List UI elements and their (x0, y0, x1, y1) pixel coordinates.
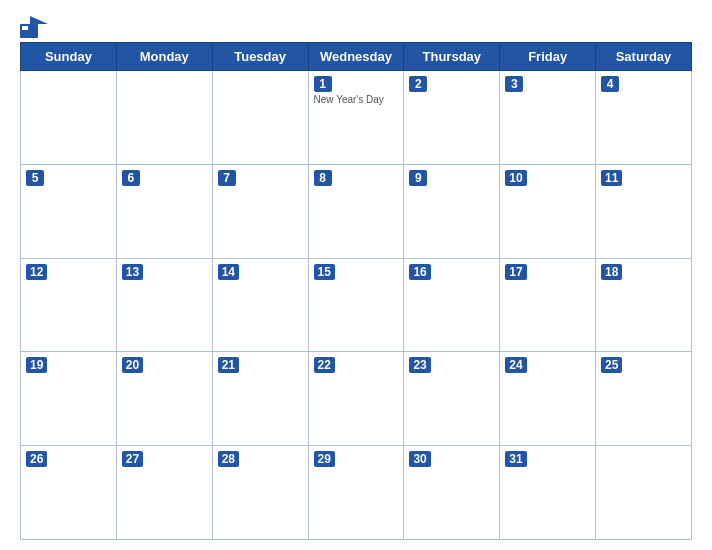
day-number: 17 (505, 264, 526, 280)
calendar-day-cell: 24 (500, 352, 596, 446)
day-number: 31 (505, 451, 526, 467)
calendar-day-cell: 11 (596, 164, 692, 258)
calendar-day-cell: 29 (308, 446, 404, 540)
svg-marker-1 (30, 16, 48, 24)
calendar-day-cell: 16 (404, 258, 500, 352)
calendar-day-cell: 27 (116, 446, 212, 540)
calendar-header (20, 10, 692, 42)
calendar-day-cell: 31 (500, 446, 596, 540)
day-number: 5 (26, 170, 44, 186)
calendar-day-cell: 6 (116, 164, 212, 258)
calendar-day-cell: 25 (596, 352, 692, 446)
day-of-week-header: Monday (116, 43, 212, 71)
day-number: 3 (505, 76, 523, 92)
day-number: 1 (314, 76, 332, 92)
day-number: 26 (26, 451, 47, 467)
calendar-day-cell: 1New Year's Day (308, 71, 404, 165)
day-number: 12 (26, 264, 47, 280)
calendar-day-cell: 9 (404, 164, 500, 258)
day-number: 24 (505, 357, 526, 373)
calendar-week-row: 1New Year's Day234 (21, 71, 692, 165)
day-of-week-header: Wednesday (308, 43, 404, 71)
calendar-day-cell: 13 (116, 258, 212, 352)
calendar-day-cell (21, 71, 117, 165)
day-number: 22 (314, 357, 335, 373)
day-number: 14 (218, 264, 239, 280)
day-number: 11 (601, 170, 622, 186)
calendar-day-cell: 7 (212, 164, 308, 258)
day-number: 29 (314, 451, 335, 467)
day-number: 2 (409, 76, 427, 92)
day-number: 10 (505, 170, 526, 186)
day-number: 23 (409, 357, 430, 373)
day-number: 21 (218, 357, 239, 373)
day-number: 4 (601, 76, 619, 92)
calendar-day-cell: 17 (500, 258, 596, 352)
calendar-week-row: 12131415161718 (21, 258, 692, 352)
calendar-week-row: 262728293031 (21, 446, 692, 540)
calendar-day-cell: 30 (404, 446, 500, 540)
day-of-week-header: Thursday (404, 43, 500, 71)
day-number: 28 (218, 451, 239, 467)
day-number: 16 (409, 264, 430, 280)
day-number: 6 (122, 170, 140, 186)
day-event: New Year's Day (314, 94, 399, 105)
day-of-week-header: Saturday (596, 43, 692, 71)
day-number: 7 (218, 170, 236, 186)
calendar-day-cell: 22 (308, 352, 404, 446)
calendar-day-cell: 23 (404, 352, 500, 446)
calendar-day-cell: 26 (21, 446, 117, 540)
day-of-week-header: Sunday (21, 43, 117, 71)
calendar-day-cell (596, 446, 692, 540)
calendar-day-cell: 20 (116, 352, 212, 446)
calendar-day-cell: 18 (596, 258, 692, 352)
logo-icon (20, 16, 48, 38)
calendar-day-cell: 3 (500, 71, 596, 165)
calendar-day-cell: 10 (500, 164, 596, 258)
calendar-week-row: 19202122232425 (21, 352, 692, 446)
day-of-week-header: Tuesday (212, 43, 308, 71)
day-number: 15 (314, 264, 335, 280)
day-number: 30 (409, 451, 430, 467)
day-number: 27 (122, 451, 143, 467)
calendar-header-row: SundayMondayTuesdayWednesdayThursdayFrid… (21, 43, 692, 71)
calendar-day-cell: 8 (308, 164, 404, 258)
svg-rect-2 (22, 26, 28, 30)
day-number: 25 (601, 357, 622, 373)
calendar-day-cell: 14 (212, 258, 308, 352)
day-number: 13 (122, 264, 143, 280)
day-number: 20 (122, 357, 143, 373)
day-of-week-header: Friday (500, 43, 596, 71)
calendar-day-cell (212, 71, 308, 165)
day-number: 19 (26, 357, 47, 373)
calendar-day-cell (116, 71, 212, 165)
calendar-week-row: 567891011 (21, 164, 692, 258)
day-number: 8 (314, 170, 332, 186)
calendar-day-cell: 15 (308, 258, 404, 352)
calendar-day-cell: 5 (21, 164, 117, 258)
calendar-day-cell: 2 (404, 71, 500, 165)
logo (20, 16, 52, 38)
day-number: 18 (601, 264, 622, 280)
calendar-day-cell: 28 (212, 446, 308, 540)
calendar-day-cell: 4 (596, 71, 692, 165)
calendar-day-cell: 12 (21, 258, 117, 352)
calendar-day-cell: 21 (212, 352, 308, 446)
calendar-day-cell: 19 (21, 352, 117, 446)
day-number: 9 (409, 170, 427, 186)
calendar-table: SundayMondayTuesdayWednesdayThursdayFrid… (20, 42, 692, 540)
